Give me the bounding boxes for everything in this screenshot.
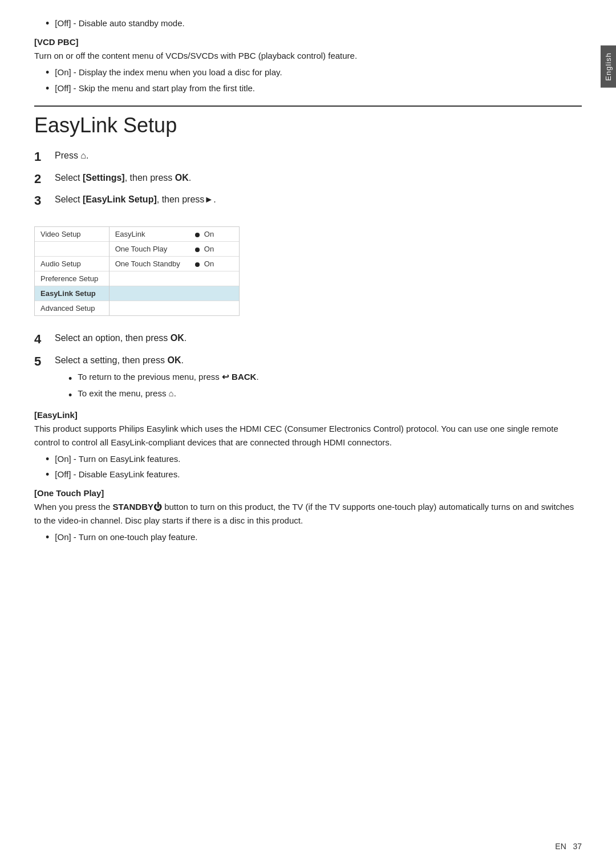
table-row-advanced: Advanced Setup <box>35 301 239 315</box>
step-5-text: Select a setting, then press OK. <box>55 354 184 367</box>
onetouchplay-heading: [One Touch Play] <box>34 488 582 498</box>
step-3-number: 3 <box>34 193 55 209</box>
cell-pref-mid <box>109 271 189 286</box>
cell-onetouchplay-val: On <box>189 241 239 256</box>
sub-bullet-exit-text: To exit the menu, press ⌂. <box>78 388 176 398</box>
bullet-dot: • <box>46 82 49 95</box>
vcd-pbc-heading: [VCD PBC] <box>34 37 582 47</box>
vcd-on-text: [On] - Display the index menu when you l… <box>55 66 282 79</box>
step-3: 3 Select [EasyLink Setup], then press►. <box>34 193 582 209</box>
easylink-heading: [EasyLink] <box>34 410 582 420</box>
cell-onetouchstandby: One Touch Standby <box>109 256 189 271</box>
easylink-off-text: [Off] - Disable EasyLink features. <box>55 468 180 481</box>
sidebar-lang: English <box>601 46 616 88</box>
cell-easylink-setup: EasyLink Setup <box>35 286 109 301</box>
cell-onetouchstandby-val: On <box>189 256 239 271</box>
cell-easylink-setup-right <box>189 286 239 301</box>
footer-page: 37 <box>573 842 582 851</box>
step-3-text: Select [EasyLink Setup], then press►. <box>55 193 216 206</box>
sub-bullet-back: • To return to the previous menu, press … <box>68 372 582 386</box>
easylink-desc: This product supports Philips Easylink w… <box>34 422 582 449</box>
step-2-text: Select [Settings], then press OK. <box>55 171 191 185</box>
easylink-on-text: [On] - Turn on EasyLink features. <box>55 453 180 466</box>
sub-bullet-back-text: To return to the previous menu, press ↩ … <box>78 372 258 382</box>
vcd-desc: Turn on or off the content menu of VCDs/… <box>34 49 582 63</box>
cell-advanced-mid <box>109 301 189 315</box>
vcd-bullet-on: • [On] - Display the index menu when you… <box>46 66 582 79</box>
cell-preference-setup: Preference Setup <box>35 271 109 286</box>
bullet-dot: • <box>46 66 49 79</box>
cell-easylink: EasyLink <box>109 227 189 242</box>
step-1-number: 1 <box>34 149 55 165</box>
step-4-text: Select an option, then press OK. <box>55 331 187 345</box>
step-2-number: 2 <box>34 171 55 188</box>
step-1: 1 Press ⌂. <box>34 149 582 165</box>
vcd-bullet-off: • [Off] - Skip the menu and start play f… <box>46 82 582 95</box>
sub-bullet-dot-back: • <box>68 372 72 386</box>
bullet-dot-off: • <box>46 468 49 481</box>
top-bullet-off: • [Off] - Disable auto standby mode. <box>46 17 582 30</box>
table-row-video-easylink: Video Setup EasyLink On <box>35 227 239 242</box>
onetouchplay-desc: When you press the STANDBY⏻ button to tu… <box>34 500 582 528</box>
easylink-bullet-on: • [On] - Turn on EasyLink features. <box>46 453 582 466</box>
cell-audio-setup: Audio Setup <box>35 256 109 271</box>
step-1-text: Press ⌂. <box>55 149 88 163</box>
table-row-preference: Preference Setup <box>35 271 239 286</box>
step-5-number: 5 <box>34 354 55 370</box>
bullet-dot-on: • <box>46 453 49 466</box>
cell-video-setup: Video Setup <box>35 227 109 242</box>
settings-table-wrapper: Video Setup EasyLink On One Touch Play O… <box>34 226 240 316</box>
sub-bullet-exit: • To exit the menu, press ⌂. <box>68 388 582 403</box>
table-row-audio-standby: Audio Setup One Touch Standby On <box>35 256 239 271</box>
vcd-off-text: [Off] - Skip the menu and start play fro… <box>55 82 255 95</box>
cell-pref-right <box>189 271 239 286</box>
cell-advanced-right <box>189 301 239 315</box>
step-5: 5 Select a setting, then press OK. <box>34 354 582 370</box>
cell-advanced-setup: Advanced Setup <box>35 301 109 315</box>
onetouchplay-on-text: [On] - Turn on one-touch play feature. <box>55 531 197 544</box>
sub-bullet-dot-exit: • <box>68 388 72 403</box>
top-bullet-off-text: [Off] - Disable auto standby mode. <box>55 17 184 30</box>
step-2: 2 Select [Settings], then press OK. <box>34 171 582 188</box>
footer-en: EN <box>555 842 566 851</box>
cell-easylink-val: On <box>189 227 239 242</box>
easylink-bullet-off: • [Off] - Disable EasyLink features. <box>46 468 582 481</box>
footer: EN 37 <box>555 842 582 851</box>
onetouchplay-bullet-on: • [On] - Turn on one-touch play feature. <box>46 531 582 544</box>
step-4: 4 Select an option, then press OK. <box>34 331 582 348</box>
settings-table: Video Setup EasyLink On One Touch Play O… <box>35 227 239 315</box>
page-container: English • [Off] - Disable auto standby m… <box>0 0 616 868</box>
table-row-easylink-setup: EasyLink Setup <box>35 286 239 301</box>
cell-easylink-setup-mid <box>109 286 189 301</box>
cell-empty1 <box>35 241 109 256</box>
cell-onetouchplay: One Touch Play <box>109 241 189 256</box>
bullet-dot-otp-on: • <box>46 531 49 544</box>
table-row-onetouchplay: One Touch Play On <box>35 241 239 256</box>
bullet-dot: • <box>46 17 49 30</box>
step-4-number: 4 <box>34 331 55 348</box>
easylink-setup-title: EasyLink Setup <box>34 106 582 137</box>
